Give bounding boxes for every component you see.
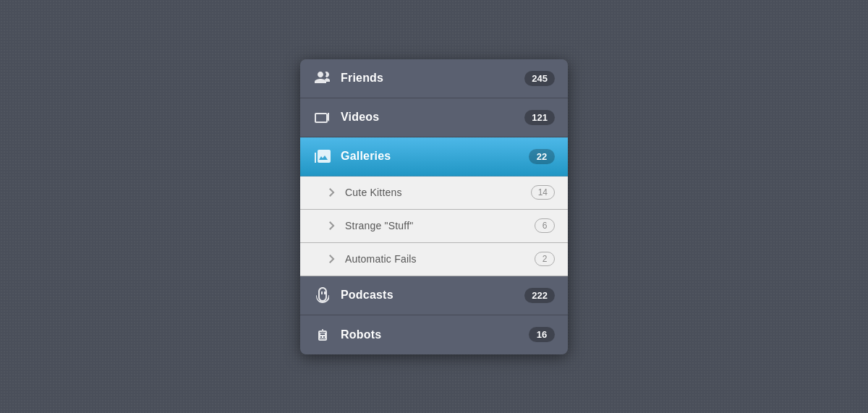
galleries-badge: 22 [529,149,555,164]
cute-kittens-label: Cute Kittens [345,187,531,198]
friends-badge: 245 [524,71,555,86]
chevron-right-icon [326,221,338,230]
sidebar-item-automatic-fails[interactable]: Automatic Fails 2 [300,243,568,276]
robots-badge: 16 [529,327,555,342]
cute-kittens-badge: 14 [531,185,555,200]
strange-stuff-badge: 6 [535,218,555,233]
podcasts-badge: 222 [524,288,555,303]
friends-icon [313,69,332,88]
robots-icon [313,325,332,344]
robots-label: Robots [341,328,529,341]
sidebar-item-strange-stuff[interactable]: Strange "Stuff" 6 [300,210,568,243]
videos-icon [313,108,332,127]
sidebar-item-friends[interactable]: Friends 245 [300,59,568,98]
friends-label: Friends [341,72,524,85]
automatic-fails-badge: 2 [535,252,555,266]
galleries-label: Galleries [341,150,529,163]
strange-stuff-label: Strange "Stuff" [345,220,535,231]
sidebar-item-galleries[interactable]: Galleries 22 [300,137,568,176]
sidebar-item-cute-kittens[interactable]: Cute Kittens 14 [300,176,568,210]
videos-label: Videos [341,111,524,124]
podcasts-label: Podcasts [341,289,524,302]
sidebar-item-robots[interactable]: Robots 16 [300,315,568,354]
galleries-icon [313,147,332,166]
sidebar-item-videos[interactable]: Videos 121 [300,98,568,137]
videos-badge: 121 [524,110,555,125]
chevron-right-icon [326,255,338,263]
automatic-fails-label: Automatic Fails [345,253,535,265]
chevron-right-icon [326,188,338,197]
sidebar-item-podcasts[interactable]: Podcasts 222 [300,276,568,315]
podcasts-icon [313,286,332,305]
sidebar-menu: Friends 245 Videos 121 Galleries 22 Cute… [300,59,568,354]
